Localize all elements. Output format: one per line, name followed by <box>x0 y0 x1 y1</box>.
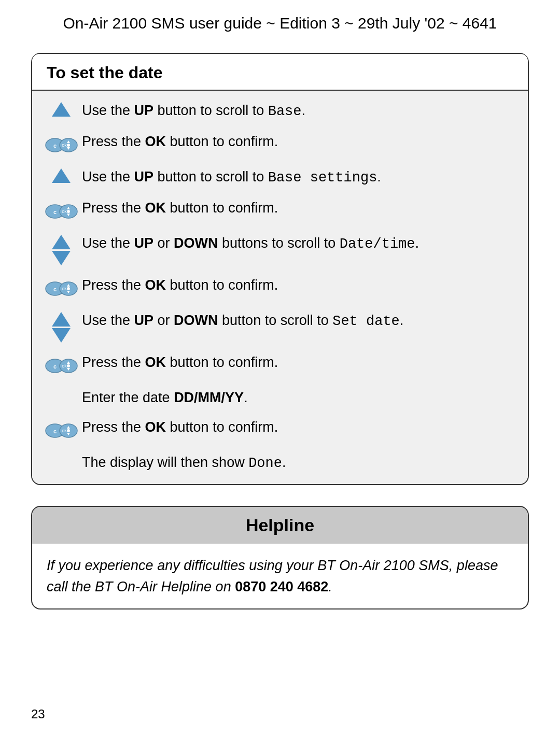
svg-point-33 <box>67 429 70 432</box>
step-7: Use the UP or DOWN button to scroll to S… <box>32 306 528 348</box>
svg-text:c: c <box>53 428 57 434</box>
svg-text:ok: ok <box>62 209 67 214</box>
step-7-text: Use the UP or DOWN button to scroll to S… <box>82 311 515 332</box>
helpline-body: If you experience any difficulties using… <box>32 544 528 608</box>
helpline-text: If you experience any difficulties using… <box>47 555 513 597</box>
ok-icon-1: c ok <box>40 133 82 157</box>
svg-text:ok: ok <box>62 143 67 148</box>
svg-text:ok: ok <box>62 363 67 368</box>
step-9-text: Enter the date DD/MM/YY. <box>82 388 515 408</box>
helpline-title: Helpline <box>246 515 314 535</box>
svg-text:ok: ok <box>62 286 67 291</box>
svg-point-26 <box>67 364 70 367</box>
svg-point-19 <box>67 287 70 290</box>
svg-point-12 <box>67 210 70 213</box>
step-1-text: Use the UP button to scroll to Base. <box>82 101 515 122</box>
step-11: The display will then show Done. <box>32 448 528 479</box>
step-10: c ok Press the OK button to confirm. <box>32 413 528 448</box>
updown-icon-1 <box>40 235 82 265</box>
set-date-header: To set the date <box>32 54 528 91</box>
step-4-text: Press the OK button to confirm. <box>82 199 515 218</box>
step-6-text: Press the OK button to confirm. <box>82 276 515 295</box>
step-4: c ok Press the OK button to confirm. <box>32 193 528 229</box>
step-8: c ok Press the OK button to confirm. <box>32 348 528 383</box>
set-date-section: To set the date Use the UP button to scr… <box>31 53 529 485</box>
step-1: Use the UP button to scroll to Base. <box>32 96 528 127</box>
svg-text:ok: ok <box>62 428 67 433</box>
step-3: Use the UP button to scroll to Base sett… <box>32 162 528 193</box>
set-date-title: To set the date <box>47 63 162 82</box>
step-2: c ok Press the OK button to confirm. <box>32 127 528 162</box>
ok-icon-3: c ok <box>40 277 82 301</box>
step-10-text: Press the OK button to confirm. <box>82 418 515 437</box>
up-arrow-icon-2 <box>40 168 82 183</box>
ok-icon-4: c ok <box>40 354 82 378</box>
svg-point-5 <box>67 144 70 147</box>
step-5-text: Use the UP or DOWN buttons to scroll to … <box>82 234 515 254</box>
step-3-text: Use the UP button to scroll to Base sett… <box>82 167 515 188</box>
helpline-section: Helpline If you experience any difficult… <box>31 506 529 610</box>
step-9: Enter the date DD/MM/YY. <box>32 383 528 413</box>
helpline-phone: 0870 240 4682 <box>235 579 328 594</box>
svg-text:c: c <box>53 209 57 215</box>
svg-text:c: c <box>53 286 57 292</box>
step-2-text: Press the OK button to confirm. <box>82 132 515 152</box>
up-arrow-icon-1 <box>40 102 82 117</box>
svg-text:c: c <box>53 363 57 370</box>
svg-text:c: c <box>53 143 57 149</box>
header-title: On-Air 2100 SMS user guide ~ Edition 3 ~… <box>63 15 497 32</box>
helpline-header: Helpline <box>32 507 528 544</box>
ok-icon-5: c ok <box>40 419 82 443</box>
step-8-text: Press the OK button to confirm. <box>82 353 515 373</box>
set-date-body: Use the UP button to scroll to Base. c <box>32 91 528 484</box>
updown-icon-2 <box>40 312 82 343</box>
step-6: c ok Press the OK button to confirm. <box>32 271 528 306</box>
ok-icon-2: c ok <box>40 200 82 223</box>
step-5: Use the UP or DOWN buttons to scroll to … <box>32 229 528 271</box>
step-11-text: The display will then show Done. <box>82 453 515 474</box>
page-header: On-Air 2100 SMS user guide ~ Edition 3 ~… <box>0 0 560 42</box>
page-number: 23 <box>31 707 45 721</box>
